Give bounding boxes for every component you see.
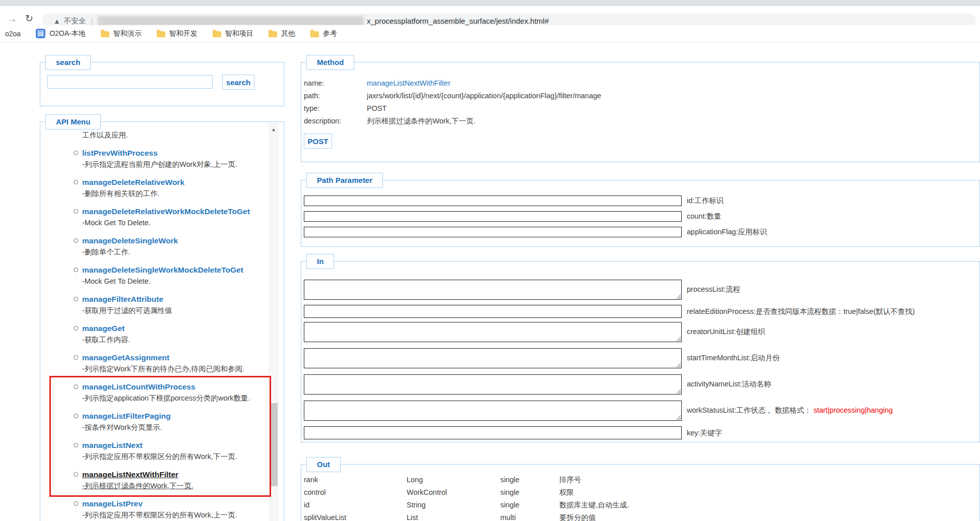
path-parameter-row: applicationFlag:应用标识 — [304, 227, 979, 237]
path-parameter-label: count:数量 — [687, 212, 722, 221]
in-textarea[interactable] — [304, 401, 682, 421]
api-method-desc: -删除所有相关联的工作. — [82, 188, 268, 199]
out-table-cell: 权限 — [559, 486, 979, 499]
in-field-row: creatorUnitList:创建组织 — [304, 322, 979, 342]
api-method-link[interactable]: manageListNext — [82, 440, 268, 451]
api-method-link[interactable]: manageDeleteSingleWorkMockDeleteToGet — [82, 265, 268, 276]
api-method-desc: -按条件对Work分页显示. — [82, 422, 268, 433]
in-field-label-text: creatorUnitList:创建组织 — [687, 328, 765, 336]
api-method-link[interactable]: manageDeleteRelativeWorkMockDeleteToGet — [82, 206, 268, 217]
api-method-link[interactable]: manageListNextWithFilter — [82, 469, 268, 480]
out-table-cell: List — [407, 511, 500, 521]
api-method-link[interactable]: manageListCountWithProcess — [82, 381, 268, 393]
in-field-row: processList:流程 — [304, 280, 979, 300]
scrollbar-up-icon[interactable]: ▲ — [269, 123, 279, 136]
in-input[interactable] — [304, 426, 682, 439]
api-method-link[interactable]: manageGet — [82, 323, 268, 334]
bookmark-item[interactable]: 智和开发 — [157, 29, 198, 38]
path-parameter-input[interactable] — [304, 211, 682, 222]
api-method-link[interactable]: manageDeleteSingleWork — [82, 235, 268, 246]
menu-scrollbar[interactable]: ▲ — [269, 123, 279, 521]
search-button[interactable]: search — [222, 75, 254, 90]
folder-icon — [101, 31, 109, 37]
method-type-value: POST — [367, 102, 979, 115]
api-menu-list: 工作以及应用. listPrevWithProcess-列示指定流程当前用户创建… — [41, 129, 268, 521]
in-field-label-text: relateEditionProcess:是否查找同版本流程数据：true|fa… — [687, 307, 915, 315]
search-panel: search search — [40, 62, 284, 106]
api-method-link[interactable]: manageFilterAttribute — [82, 294, 268, 305]
api-menu-legend: API Menu — [45, 114, 101, 129]
api-menu-item: manageGetAssignment-列示指定Work下所有的待办已办,待阅已… — [82, 352, 268, 374]
in-field-box — [304, 348, 682, 368]
method-panel-legend: Method — [306, 55, 354, 70]
api-menu-item: manageFilterAttribute-获取用于过滤的可选属性值 — [82, 294, 268, 316]
method-description-value: 列示根据过滤条件的Work,下一页. — [367, 115, 979, 127]
in-field-row: activityNameList:活动名称 — [304, 374, 979, 395]
out-table-row: controlWorkControlsingle权限 — [304, 486, 979, 499]
tab-strip — [0, 0, 980, 6]
out-table-cell: id — [304, 499, 407, 511]
method-row-path: path: jaxrs/work/list/{id}/next/{count}/… — [304, 90, 979, 102]
reload-icon[interactable]: ↻ — [25, 14, 33, 24]
path-parameter-input[interactable] — [304, 196, 682, 206]
o2oa-logo-icon: 回 — [36, 29, 45, 38]
bookmark-item[interactable]: o2oa — [5, 30, 21, 38]
method-name-value[interactable]: manageListNextWithFilter — [367, 77, 979, 90]
api-method-desc: -列示指定应用不带权限区分的所有Work,上一页. — [82, 509, 268, 520]
method-row-name: name: manageListNextWithFilter — [304, 77, 979, 90]
method-panel: Method name: manageListNextWithFilter pa… — [301, 62, 980, 162]
bookmark-item[interactable]: 回O2OA-本地 — [36, 29, 86, 38]
scrollbar-thumb[interactable] — [270, 403, 278, 486]
bookmark-item[interactable]: 其他 — [269, 29, 295, 38]
out-table-cell: single — [500, 486, 559, 499]
in-textarea[interactable] — [304, 348, 682, 368]
in-field-label-text: activityNameList:活动名称 — [687, 380, 771, 388]
not-secure-warning-icon: ▲ — [53, 17, 60, 25]
in-field-label: workStatusList:工作状态 。数据格式： start|process… — [687, 405, 893, 416]
in-field-box — [304, 305, 682, 318]
in-field-row: key:关键字 — [304, 426, 979, 439]
out-table-cell: splitValueList — [304, 511, 407, 521]
bookmark-label: 其他 — [281, 29, 295, 38]
api-menu-item: manageGet-获取工作内容. — [82, 323, 268, 345]
method-row-description: description: 列示根据过滤条件的Work,下一页. — [304, 115, 979, 127]
out-table-cell: 排序号 — [559, 474, 979, 486]
in-textarea[interactable] — [304, 374, 682, 395]
security-label: 不安全 — [64, 16, 86, 26]
path-parameter-input[interactable] — [304, 227, 682, 237]
path-parameter-panel: Path Parameter id:工作标识count:数量applicatio… — [301, 180, 980, 247]
api-method-desc: -Mock Get To Delete. — [82, 276, 268, 287]
in-textarea[interactable] — [304, 280, 682, 300]
api-menu-item: manageListNext-列示指定应用不带权限区分的所有Work,下一页. — [82, 440, 268, 462]
out-table-cell: single — [500, 474, 559, 486]
api-menu-item: listPrevWithProcess-列示指定流程当前用户创建的Work对象,… — [82, 148, 268, 170]
in-input[interactable] — [304, 305, 682, 318]
in-panel: In processList:流程relateEditionProcess:是否… — [301, 261, 980, 442]
bookmark-item[interactable]: 智和演示 — [101, 29, 142, 38]
out-table-cell: 要拆分的值 — [559, 511, 979, 521]
search-input[interactable] — [47, 75, 213, 89]
out-table-row: rankLongsingle排序号 — [304, 474, 979, 486]
path-parameter-label: applicationFlag:应用标识 — [687, 227, 767, 237]
in-field-box — [304, 401, 682, 421]
api-method-desc: -列示指定流程当前用户创建的Work对象,上一页. — [82, 159, 268, 170]
bookmark-label: O2OA-本地 — [49, 29, 86, 38]
api-method-link[interactable]: manageListPrev — [82, 498, 268, 509]
in-field-label: key:关键字 — [687, 427, 722, 438]
forward-icon[interactable]: → — [7, 14, 17, 24]
api-method-link[interactable]: manageGetAssignment — [82, 352, 268, 363]
api-method-link[interactable]: manageListFilterPaging — [82, 411, 268, 422]
bookmark-item[interactable]: 参考 — [310, 29, 337, 38]
api-method-link[interactable]: manageDeleteRelativeWork — [82, 177, 268, 188]
in-field-label-red-text: start|processing|hanging — [813, 406, 892, 414]
out-table-row: idStringsingle数据库主键,自动生成. — [304, 499, 979, 511]
api-method-link[interactable]: listPrevWithProcess — [82, 148, 268, 159]
in-textarea[interactable] — [304, 322, 682, 342]
bookmark-label: 智和项目 — [225, 29, 253, 38]
in-field-label-text: processList:流程 — [687, 285, 740, 293]
post-button[interactable]: POST — [304, 134, 332, 149]
folder-icon — [269, 31, 277, 37]
bookmark-item[interactable]: 智和项目 — [213, 29, 253, 38]
api-menu-item: manageDeleteRelativeWorkMockDeleteToGet-… — [82, 206, 268, 228]
api-method-desc: -Mock Get To Delete. — [82, 217, 268, 228]
